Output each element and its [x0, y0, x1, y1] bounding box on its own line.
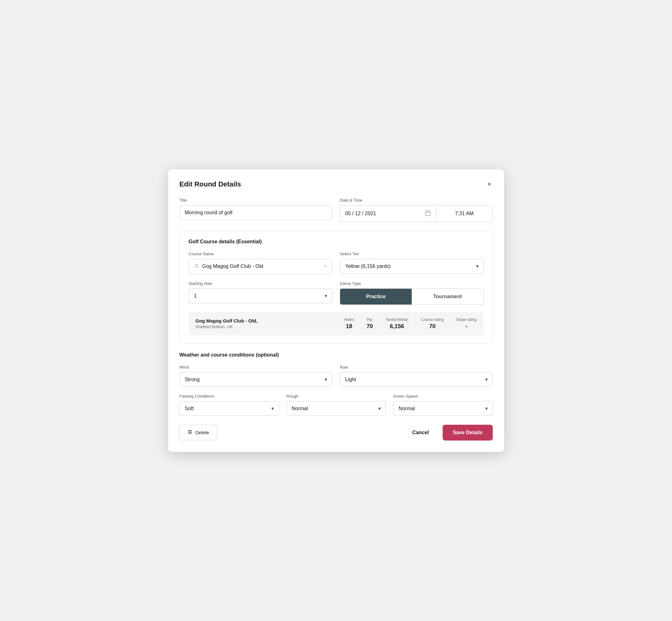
course-info-name: Gog Magog Golf Club - Old,	[196, 318, 258, 323]
course-name-group: Course Name Gog Magog Golf Club - Old ×	[189, 251, 333, 274]
cancel-button[interactable]: Cancel	[406, 425, 435, 440]
fairway-rough-green-row: Fairway Conditions Soft ▾ Rough Normal ▾	[179, 394, 493, 416]
starting-hole-label: Starting Hole	[189, 281, 333, 286]
rain-group: Rain Light ▾	[340, 365, 493, 387]
rain-dropdown[interactable]: Light	[340, 372, 493, 387]
close-button[interactable]: ×	[486, 179, 493, 189]
game-type-label: Game Type	[340, 281, 484, 286]
title-label: Title	[179, 198, 333, 203]
select-tee-wrap: Yellow (6,156 yards) ▾	[340, 259, 484, 274]
wind-rain-row: Wind Strong ▾ Rain Light ▾	[179, 365, 493, 387]
select-tee-group: Select Tee Yellow (6,156 yards) ▾	[340, 251, 484, 274]
title-field-group: Title	[179, 198, 333, 222]
svg-line-5	[198, 267, 199, 268]
svg-point-4	[195, 264, 198, 267]
course-name-value: Gog Magog Golf Club - Old	[202, 263, 324, 269]
datetime-field-group: Date & Time 05 / 12 / 2021 7:31 AM	[340, 198, 493, 222]
footer-row: Delete Cancel Save Details	[179, 425, 493, 441]
wind-label: Wind	[179, 365, 333, 370]
rain-wrap: Light ▾	[340, 372, 493, 387]
rough-label: Rough	[287, 394, 386, 399]
tournament-button[interactable]: Tournament	[412, 289, 483, 304]
wind-dropdown[interactable]: Strong	[179, 372, 333, 387]
game-type-toggle: Practice Tournament	[340, 288, 484, 305]
time-field[interactable]: 7:31 AM	[436, 205, 493, 222]
rain-label: Rain	[340, 365, 493, 370]
starting-hole-wrap: 1 ▾	[189, 288, 333, 303]
stat-holes: Holes 18	[344, 318, 354, 330]
datetime-label: Date & Time	[340, 198, 493, 203]
edit-round-modal: Edit Round Details × Title Date & Time 0…	[168, 169, 504, 452]
date-field[interactable]: 05 / 12 / 2021	[340, 205, 436, 222]
fairway-wrap: Soft ▾	[179, 401, 279, 416]
course-info-location: Shelford Bottom, UK	[196, 324, 258, 329]
rough-dropdown[interactable]: Normal	[287, 401, 386, 416]
select-tee-label: Select Tee	[340, 251, 484, 256]
yards-label: Yards(Yellow)	[385, 318, 409, 322]
stat-yards: Yards(Yellow) 6,156	[385, 318, 409, 330]
search-icon	[194, 263, 199, 270]
par-value: 70	[367, 323, 373, 330]
starting-hole-group: Starting Hole 1 ▾	[189, 281, 333, 305]
calendar-icon	[425, 210, 431, 217]
rough-group: Rough Normal ▾	[287, 394, 386, 416]
course-name-label: Course Name	[189, 251, 333, 256]
select-tee-dropdown[interactable]: Yellow (6,156 yards)	[340, 259, 484, 274]
fairway-label: Fairway Conditions	[179, 394, 279, 399]
course-info-name-group: Gog Magog Golf Club - Old, Shelford Bott…	[196, 318, 258, 329]
weather-section: Weather and course conditions (optional)…	[179, 352, 493, 416]
stat-slope-rating: Slope rating -	[456, 318, 476, 330]
course-rating-value: 70	[421, 323, 444, 330]
footer-right: Cancel Save Details	[406, 425, 493, 441]
wind-group: Wind Strong ▾	[179, 365, 333, 387]
time-value: 7:31 AM	[455, 211, 473, 216]
wind-wrap: Strong ▾	[179, 372, 333, 387]
fairway-dropdown[interactable]: Soft	[179, 401, 279, 416]
golf-course-section-title: Golf Course details (Essential)	[189, 239, 484, 245]
starting-hole-dropdown[interactable]: 1	[189, 288, 333, 303]
fairway-group: Fairway Conditions Soft ▾	[179, 394, 279, 416]
clear-course-icon[interactable]: ×	[324, 263, 327, 269]
date-time-row: 05 / 12 / 2021 7:31 AM	[340, 205, 493, 222]
rough-wrap: Normal ▾	[287, 401, 386, 416]
practice-button[interactable]: Practice	[340, 289, 412, 304]
top-fields: Title Date & Time 05 / 12 / 2021 7:31 AM	[179, 198, 493, 222]
svg-rect-0	[425, 211, 430, 215]
stat-par: Par 70	[367, 318, 373, 330]
trash-icon	[187, 429, 193, 436]
modal-title: Edit Round Details	[179, 180, 241, 189]
yards-value: 6,156	[385, 323, 409, 330]
hole-gametype-row: Starting Hole 1 ▾ Game Type Practice Tou…	[189, 281, 484, 305]
green-speed-group: Green Speed Normal ▾	[393, 394, 493, 416]
save-button[interactable]: Save Details	[443, 425, 493, 441]
holes-value: 18	[344, 323, 354, 330]
par-label: Par	[367, 318, 373, 322]
course-name-field[interactable]: Gog Magog Golf Club - Old ×	[189, 259, 333, 274]
course-tee-row: Course Name Gog Magog Golf Club - Old × …	[189, 251, 484, 274]
weather-section-title: Weather and course conditions (optional)	[179, 352, 493, 358]
course-info-row: Gog Magog Golf Club - Old, Shelford Bott…	[189, 312, 484, 335]
date-value: 05 / 12 / 2021	[345, 211, 376, 216]
holes-label: Holes	[344, 318, 354, 322]
slope-rating-label: Slope rating	[456, 318, 476, 322]
golf-course-section: Golf Course details (Essential) Course N…	[179, 231, 493, 343]
title-input[interactable]	[179, 205, 333, 220]
green-speed-wrap: Normal ▾	[393, 401, 493, 416]
slope-rating-value: -	[456, 323, 476, 330]
green-speed-dropdown[interactable]: Normal	[393, 401, 493, 416]
game-type-group: Game Type Practice Tournament	[340, 281, 484, 305]
green-speed-label: Green Speed	[393, 394, 493, 399]
modal-header: Edit Round Details ×	[179, 179, 493, 189]
course-info-stats: Holes 18 Par 70 Yards(Yellow) 6,156 Cour…	[344, 318, 477, 330]
delete-button[interactable]: Delete	[179, 425, 217, 440]
course-rating-label: Course rating	[421, 318, 444, 322]
delete-label: Delete	[196, 430, 209, 435]
stat-course-rating: Course rating 70	[421, 318, 444, 330]
